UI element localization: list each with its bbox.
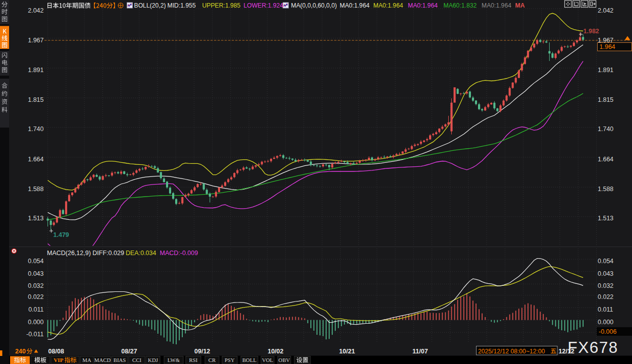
svg-text:0.032: 0.032: [28, 282, 43, 289]
svg-text:MA(0,0,0,60,0,0): MA(0,0,0,60,0,0): [291, 2, 337, 9]
svg-text:MA0:1.964: MA0:1.964: [374, 2, 403, 9]
svg-text:0.032: 0.032: [598, 282, 613, 289]
svg-text:VIP: VIP: [54, 357, 63, 363]
svg-text:1.815: 1.815: [28, 96, 43, 103]
svg-text:LW&: LW&: [168, 357, 180, 363]
svg-text:MID:1.955: MID:1.955: [168, 2, 196, 9]
svg-text:UPPER:1.985: UPPER:1.985: [202, 2, 241, 9]
svg-text:0.043: 0.043: [598, 270, 613, 277]
svg-text:VOL: VOL: [262, 357, 273, 363]
svg-text:MA0:1.964: MA0:1.964: [408, 2, 438, 9]
svg-text:0.011: 0.011: [598, 306, 613, 313]
svg-text:2.042: 2.042: [28, 7, 43, 14]
svg-text:10/21: 10/21: [339, 348, 355, 355]
svg-text:1.967: 1.967: [28, 37, 43, 44]
svg-text:1.588: 1.588: [28, 186, 43, 193]
svg-text:BIAS: BIAS: [114, 357, 126, 363]
svg-text:0.000: 0.000: [598, 319, 613, 326]
svg-text:KDJ: KDJ: [148, 357, 158, 363]
svg-text:MA: MA: [82, 357, 91, 363]
svg-text:1.664: 1.664: [28, 156, 43, 163]
svg-text:1.479: 1.479: [54, 231, 69, 238]
svg-text:2.042: 2.042: [598, 7, 613, 14]
svg-text:DEA:0.034: DEA:0.034: [126, 250, 156, 257]
svg-text:0.022: 0.022: [598, 293, 613, 300]
svg-text:BOLL: BOLL: [242, 357, 256, 363]
svg-text:1.513: 1.513: [28, 215, 43, 222]
svg-text:11/07: 11/07: [412, 348, 428, 355]
svg-text:1.891: 1.891: [598, 67, 613, 74]
svg-text:1.891: 1.891: [28, 67, 43, 74]
svg-text:-0.006: -0.006: [599, 328, 616, 335]
svg-text:MACD: MACD: [94, 357, 111, 363]
svg-text:1.815: 1.815: [598, 96, 613, 103]
svg-text:FX678: FX678: [568, 338, 618, 356]
svg-text:1.740: 1.740: [28, 126, 43, 133]
svg-text:MACD(26,12,9) DIFF:0.029: MACD(26,12,9) DIFF:0.029: [47, 250, 124, 257]
svg-text:0.011: 0.011: [28, 306, 43, 313]
svg-text:CCI: CCI: [132, 357, 141, 363]
svg-text:0.054: 0.054: [28, 258, 43, 265]
svg-text:RSI: RSI: [189, 357, 198, 363]
svg-text:MA0:1.964: MA0:1.964: [340, 2, 370, 9]
svg-text:0.022: 0.022: [28, 293, 43, 300]
svg-text:MACD:-0.009: MACD:-0.009: [160, 250, 198, 257]
svg-text:08/27: 08/27: [121, 348, 137, 355]
svg-text:CR: CR: [208, 357, 216, 363]
svg-text:OBV: OBV: [279, 357, 290, 363]
svg-text:LOWER:1.924: LOWER:1.924: [244, 2, 284, 9]
svg-text:MA: MA: [515, 2, 525, 9]
svg-text:1.513: 1.513: [598, 215, 613, 222]
svg-text:1.588: 1.588: [598, 186, 613, 193]
svg-text:09/12: 09/12: [194, 348, 210, 355]
svg-text:1.964: 1.964: [600, 43, 615, 50]
svg-text:PSY: PSY: [225, 357, 235, 363]
svg-text:0.054: 0.054: [598, 258, 613, 265]
svg-text:1.982: 1.982: [584, 28, 599, 35]
svg-text:0.000: 0.000: [28, 319, 43, 326]
svg-text:1.740: 1.740: [598, 126, 613, 133]
svg-text:10/02: 10/02: [268, 348, 283, 355]
svg-text:MA0:1.964: MA0:1.964: [482, 2, 511, 9]
svg-text:08/08: 08/08: [48, 348, 64, 355]
svg-text:2025/12/12 08:00~12:00: 2025/12/12 08:00~12:00: [478, 348, 545, 355]
svg-text:BOLL(20,2): BOLL(20,2): [134, 2, 166, 9]
svg-text:MA60:1.832: MA60:1.832: [444, 2, 477, 9]
svg-text:-0.011: -0.011: [26, 331, 44, 338]
svg-text:240: 240: [15, 348, 26, 355]
svg-text:0.043: 0.043: [28, 270, 43, 277]
svg-text:1.664: 1.664: [598, 156, 613, 163]
